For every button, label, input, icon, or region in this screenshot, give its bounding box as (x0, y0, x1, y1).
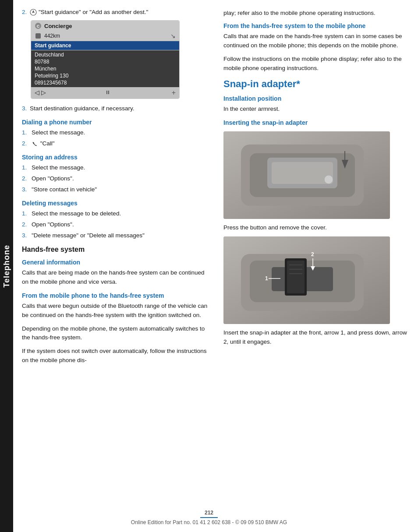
storing-step1-text: Select the message. (32, 163, 85, 173)
mobile-to-hands-p1: Calls that were begun outside of the Blu… (22, 302, 210, 320)
screen-row-0: Start guidance (31, 41, 179, 50)
screen-plus: + (172, 89, 176, 97)
step3-number: 3. (22, 105, 30, 112)
svg-rect-20 (287, 261, 305, 293)
dialing-step1-text: Select the message. (32, 128, 85, 137)
svg-point-12 (324, 175, 333, 184)
dialing-steps: 1. Select the message. 2. "Call" (22, 128, 210, 148)
installation-section: Installation position In the center armr… (223, 95, 409, 114)
snap-image-2: 1 2 (223, 236, 390, 324)
hands-free-section: Hands-free system (22, 246, 210, 254)
hands-to-mobile-section: From the hands-free system to the mobile… (223, 22, 409, 73)
step3-item: 3. Start destination guidance, if necess… (22, 105, 210, 112)
screen-arrow: ↘ (170, 32, 176, 39)
storing-step3-text: "Store contact in vehicle" (32, 185, 97, 194)
general-info-text: Calls that are being made on the hands-f… (22, 268, 210, 287)
storing-heading: Storing an address (22, 154, 210, 161)
right-column: play; refer also to the mobile phone ope… (219, 9, 418, 514)
deleting-steps: 1. Select the message to be deleted. 2. … (22, 209, 210, 240)
screen-addr-2: 80788 (35, 58, 176, 65)
mobile-to-hands-p3: If the system does not switch over autom… (22, 347, 210, 365)
insert-text: Insert the snap-in adapter at the front,… (223, 328, 409, 347)
storing-step1-num: 1. (22, 163, 32, 173)
installation-text: In the center armrest. (223, 105, 409, 114)
storing-step-2: 2. Open "Options". (22, 174, 210, 183)
screen-header-text: Concierge (44, 23, 72, 29)
deleting-step-1: 1. Select the message to be deleted. (22, 209, 210, 218)
storing-step2-num: 2. (22, 174, 32, 183)
screen-addr-5: 08912345678 (35, 79, 176, 86)
chapter-tab: Telephone (0, 0, 13, 532)
screen-icon-small (35, 32, 42, 39)
dialing-heading: Dialing a phone number (22, 119, 210, 126)
screen-addr-4: Petuelring 130 (35, 72, 176, 79)
deleting-section: Deleting messages 1. Select the message … (22, 200, 210, 240)
deleting-step1-text: Select the message to be deleted. (32, 209, 121, 218)
svg-rect-11 (272, 162, 333, 184)
svg-text:1: 1 (265, 275, 268, 282)
mobile-to-hands-p2: Depending on the mobile phone, the syste… (22, 324, 210, 343)
svg-text:C: C (37, 24, 40, 28)
deleting-step-2: 2. Open "Options". (22, 220, 210, 229)
storing-step-1: 1. Select the message. (22, 163, 210, 173)
step2-item: 2. "Start guidance" or "Add as another d… (22, 9, 210, 16)
navigation-icon (30, 9, 37, 16)
installation-heading: Installation position (223, 95, 409, 102)
deleting-step3-num: 3. (22, 231, 32, 240)
hands-to-mobile-p1: Calls that are made on the hands-free sy… (223, 32, 409, 50)
hands-free-heading: Hands-free system (22, 246, 210, 254)
right-continues-text: play; refer also to the mobile phone ope… (223, 9, 409, 18)
snap-in-heading: Snap-in adapter* (223, 78, 409, 90)
dialing-step1-num: 1. (22, 128, 32, 137)
svg-rect-4 (35, 33, 41, 39)
storing-step2-text: Open "Options". (32, 174, 74, 183)
storing-section: Storing an address 1. Select the message… (22, 154, 210, 194)
deleting-step2-text: Open "Options". (32, 220, 74, 229)
page-footer: 212 Online Edition for Part no. 01 41 2 … (0, 510, 418, 525)
dialing-step-2: 2. "Call" (22, 139, 210, 148)
deleting-step1-num: 1. (22, 209, 32, 218)
mobile-to-hands-section: From the mobile phone to the hands-free … (22, 292, 210, 366)
screen-row-text-0: Start guidance (35, 42, 71, 49)
screen-display: C Concierge 442km ↘ Start guid (31, 20, 180, 99)
screen-addr-3: München (35, 65, 176, 72)
deleting-step3-text: "Delete message" or "Delete all messages… (32, 231, 145, 240)
svg-text:2: 2 (311, 251, 314, 257)
step2-text: "Start guidance" or "Add as another dest… (39, 9, 148, 15)
step3-text: Start destination guidance, if necessary… (30, 105, 134, 112)
screen-icon-right (105, 89, 112, 96)
inserting-heading: Inserting the snap-in adapter (223, 119, 409, 126)
hands-to-mobile-heading: From the hands-free system to the mobile… (223, 22, 409, 29)
armrest-image-1 (223, 131, 390, 219)
dialing-section: Dialing a phone number 1. Select the mes… (22, 119, 210, 148)
snap-in-section: Snap-in adapter* (223, 78, 409, 90)
storing-step3-num: 3. (22, 185, 32, 194)
storing-steps: 1. Select the message. 2. Open "Options"… (22, 163, 210, 194)
left-column: 2. "Start guidance" or "Add as another d… (13, 9, 219, 514)
general-info-heading: General information (22, 259, 210, 266)
footer-line (200, 517, 218, 518)
screen-nav-left: ◁ ▷ (35, 89, 46, 97)
screen-km: 442km (44, 33, 60, 39)
inserting-section: Inserting the snap-in adapter (223, 119, 409, 126)
chapter-tab-label: Telephone (2, 245, 11, 288)
svg-marker-1 (32, 10, 35, 13)
armrest-image-2: 1 2 (223, 236, 390, 324)
page-number: 212 (0, 510, 418, 516)
dialing-step2-text: "Call" (32, 139, 55, 148)
screen-km-row: 442km ↘ (31, 31, 179, 41)
screen-address-block: Deutschland 80788 München Petuelring 130… (31, 50, 179, 87)
call-icon (32, 141, 38, 147)
screen-addr-1: Deutschland (35, 51, 176, 58)
step2-number: 2. (22, 9, 30, 15)
dialing-step-1: 1. Select the message. (22, 128, 210, 137)
concierge-icon: C (35, 22, 42, 29)
footer-text: Online Edition for Part no. 01 41 2 602 … (0, 519, 418, 525)
deleting-step-3: 3. "Delete message" or "Delete all messa… (22, 231, 210, 240)
deleting-step2-num: 2. (22, 220, 32, 229)
hands-to-mobile-p2: Follow the instructions on the mobile ph… (223, 55, 409, 73)
press-cover-text: Press the button and remove the cover. (223, 223, 409, 233)
deleting-heading: Deleting messages (22, 200, 210, 207)
mobile-to-hands-heading: From the mobile phone to the hands-free … (22, 292, 210, 299)
snap-image-1 (223, 131, 390, 219)
